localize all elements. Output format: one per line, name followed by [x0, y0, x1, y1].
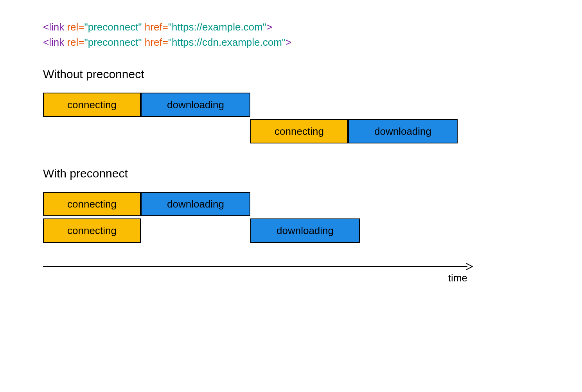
- code-line-1: <link rel="preconnect" href="https://exa…: [43, 20, 539, 35]
- code-tag: >: [286, 36, 291, 48]
- code-tag: <link: [43, 21, 67, 33]
- timeline-row: connecting downloading: [43, 119, 465, 143]
- code-attr-name: href=: [145, 36, 168, 48]
- code-attr-name: href=: [145, 21, 168, 33]
- heading-with: With preconnect: [43, 167, 539, 180]
- timeline-row: connecting downloading: [43, 192, 465, 216]
- bar-connecting: connecting: [43, 218, 141, 243]
- code-attr-value: "https://example.com": [168, 21, 266, 33]
- code-attr-value: "https://cdn.example.com": [168, 36, 286, 48]
- bar-downloading: downloading: [348, 119, 458, 143]
- bar-connecting: connecting: [250, 119, 348, 143]
- axis-line: [43, 266, 467, 267]
- timeline-row: connecting downloading: [43, 93, 465, 117]
- code-attr-name: rel=: [67, 36, 84, 48]
- bar-downloading: downloading: [250, 218, 360, 243]
- bar-downloading: downloading: [141, 93, 250, 117]
- timeline-without: connecting downloading connecting downlo…: [43, 93, 465, 143]
- timeline-row: connecting downloading: [43, 218, 465, 243]
- code-snippet: <link rel="preconnect" href="https://exa…: [43, 20, 539, 50]
- code-tag: >: [266, 21, 272, 33]
- code-attr-name: rel=: [67, 21, 84, 33]
- bar-downloading: downloading: [141, 192, 250, 216]
- section-with-preconnect: With preconnect connecting downloading c…: [43, 167, 539, 243]
- section-without-preconnect: Without preconnect connecting downloadin…: [43, 68, 539, 143]
- time-axis: time: [43, 266, 473, 267]
- timeline-with: connecting downloading connecting downlo…: [43, 192, 465, 243]
- arrow-right-icon: [466, 263, 473, 270]
- code-attr-value: "preconnect": [84, 21, 145, 33]
- heading-without: Without preconnect: [43, 68, 539, 81]
- bar-connecting: connecting: [43, 192, 141, 216]
- code-tag: <link: [43, 36, 67, 48]
- code-line-2: <link rel="preconnect" href="https://cdn…: [43, 35, 539, 50]
- code-attr-value: "preconnect": [84, 36, 145, 48]
- axis-label: time: [448, 272, 467, 284]
- bar-connecting: connecting: [43, 93, 141, 117]
